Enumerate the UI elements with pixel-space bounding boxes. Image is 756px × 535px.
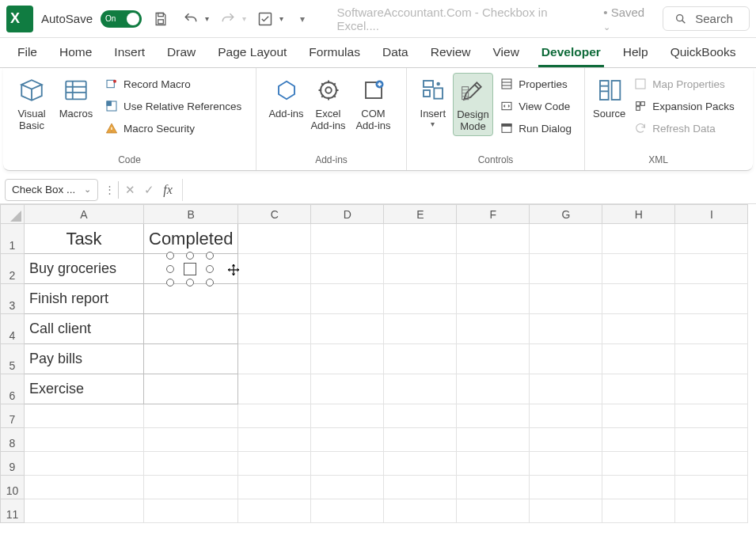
undo-dropdown-icon[interactable]: ▾ bbox=[205, 14, 209, 23]
resize-handle[interactable] bbox=[206, 279, 214, 286]
visual-basic-button[interactable]: Visual Basic bbox=[9, 73, 54, 135]
cell-E1[interactable] bbox=[384, 224, 457, 254]
cell-D3[interactable] bbox=[311, 284, 384, 314]
cell-A1[interactable]: Task bbox=[25, 224, 144, 254]
cell-D5[interactable] bbox=[311, 344, 384, 374]
row-header-9[interactable]: 9 bbox=[1, 452, 25, 476]
cell-F11[interactable] bbox=[457, 499, 530, 523]
col-header-B[interactable]: B bbox=[144, 205, 238, 224]
cell-E2[interactable] bbox=[384, 254, 457, 284]
cell-E9[interactable] bbox=[384, 452, 457, 476]
cell-B9[interactable] bbox=[144, 452, 238, 476]
save-icon[interactable] bbox=[150, 8, 172, 30]
cell-A9[interactable] bbox=[25, 452, 144, 476]
cell-H3[interactable] bbox=[602, 284, 675, 314]
view-code-button[interactable]: View Code bbox=[496, 97, 575, 116]
com-addins-button[interactable]: COM Add-ins bbox=[351, 73, 397, 135]
cell-A4[interactable]: Call client bbox=[25, 314, 144, 344]
cell-I2[interactable] bbox=[675, 254, 748, 284]
search-box[interactable]: Search bbox=[663, 6, 750, 31]
cell-A6[interactable]: Exercise bbox=[25, 374, 144, 404]
qat-check-dropdown-icon[interactable]: ▾ bbox=[279, 14, 283, 23]
cell-G8[interactable] bbox=[530, 428, 602, 452]
cell-H8[interactable] bbox=[602, 428, 675, 452]
fx-icon[interactable]: fx bbox=[158, 180, 177, 199]
resize-handle[interactable] bbox=[206, 252, 214, 260]
cell-G10[interactable] bbox=[530, 476, 602, 499]
cell-I9[interactable] bbox=[675, 452, 748, 476]
cell-H10[interactable] bbox=[602, 476, 675, 499]
cell-C9[interactable] bbox=[238, 452, 311, 476]
tab-developer[interactable]: Developer bbox=[530, 39, 612, 67]
row-header-3[interactable]: 3 bbox=[1, 284, 25, 314]
tab-view[interactable]: View bbox=[482, 39, 530, 67]
tab-page-layout[interactable]: Page Layout bbox=[207, 39, 298, 67]
cell-C11[interactable] bbox=[238, 499, 311, 523]
resize-handle[interactable] bbox=[166, 265, 174, 273]
cell-I5[interactable] bbox=[675, 344, 748, 374]
row-header-10[interactable]: 10 bbox=[1, 476, 25, 499]
cell-E3[interactable] bbox=[384, 284, 457, 314]
addins-button[interactable]: Add-ins bbox=[267, 73, 306, 123]
cell-B7[interactable] bbox=[144, 404, 238, 428]
cell-H7[interactable] bbox=[602, 404, 675, 428]
resize-handle[interactable] bbox=[166, 252, 174, 260]
cell-B4[interactable] bbox=[144, 314, 238, 344]
row-header-11[interactable]: 11 bbox=[1, 499, 25, 523]
tab-quickbooks[interactable]: QuickBooks bbox=[659, 39, 747, 67]
source-button[interactable]: Source bbox=[591, 73, 627, 123]
undo-icon[interactable] bbox=[180, 8, 202, 30]
properties-button[interactable]: Properties bbox=[496, 74, 575, 93]
cell-H4[interactable] bbox=[602, 314, 675, 344]
cell-I1[interactable] bbox=[675, 224, 748, 254]
cell-B3[interactable] bbox=[144, 284, 238, 314]
tab-file[interactable]: File bbox=[6, 39, 48, 67]
autosave-toggle[interactable]: On bbox=[101, 10, 142, 28]
cell-B11[interactable] bbox=[144, 499, 238, 523]
cell-I8[interactable] bbox=[675, 428, 748, 452]
cell-C6[interactable] bbox=[238, 374, 311, 404]
cell-B1[interactable]: Completed bbox=[144, 224, 238, 254]
cell-D11[interactable] bbox=[311, 499, 384, 523]
cell-B10[interactable] bbox=[144, 476, 238, 499]
row-header-6[interactable]: 6 bbox=[1, 374, 25, 404]
col-header-D[interactable]: D bbox=[311, 205, 384, 224]
cell-C1[interactable] bbox=[238, 224, 311, 254]
cell-F7[interactable] bbox=[457, 404, 530, 428]
worksheet-grid[interactable]: ABCDEFGHI1TaskCompleted2Buy groceries3Fi… bbox=[0, 204, 756, 523]
col-header-F[interactable]: F bbox=[457, 205, 530, 224]
cell-G5[interactable] bbox=[530, 344, 602, 374]
cell-C7[interactable] bbox=[238, 404, 311, 428]
col-header-C[interactable]: C bbox=[238, 205, 311, 224]
cell-H6[interactable] bbox=[602, 374, 675, 404]
cell-B6[interactable] bbox=[144, 374, 238, 404]
cell-I7[interactable] bbox=[675, 404, 748, 428]
cell-D9[interactable] bbox=[311, 452, 384, 476]
qat-check-icon[interactable] bbox=[254, 8, 276, 30]
cell-E5[interactable] bbox=[384, 344, 457, 374]
tab-draw[interactable]: Draw bbox=[156, 39, 207, 67]
cell-G1[interactable] bbox=[530, 224, 602, 254]
cell-E7[interactable] bbox=[384, 404, 457, 428]
save-status[interactable]: • Saved ⌄ bbox=[603, 6, 655, 32]
cell-F2[interactable] bbox=[457, 254, 530, 284]
tab-data[interactable]: Data bbox=[371, 39, 420, 67]
tab-review[interactable]: Review bbox=[420, 39, 482, 67]
row-header-2[interactable]: 2 bbox=[1, 254, 25, 284]
cell-E8[interactable] bbox=[384, 428, 457, 452]
run-dialog-button[interactable]: Run Dialog bbox=[496, 119, 575, 138]
excel-addins-button[interactable]: Excel Add-ins bbox=[306, 73, 351, 135]
cell-E6[interactable] bbox=[384, 374, 457, 404]
cell-C8[interactable] bbox=[238, 428, 311, 452]
cell-D4[interactable] bbox=[311, 314, 384, 344]
expansion-packs-button[interactable]: Expansion Packs bbox=[630, 97, 738, 116]
cell-G9[interactable] bbox=[530, 452, 602, 476]
tab-help[interactable]: Help bbox=[612, 39, 659, 67]
design-mode-button[interactable]: Design Mode bbox=[453, 73, 494, 136]
cell-F3[interactable] bbox=[457, 284, 530, 314]
tab-home[interactable]: Home bbox=[48, 39, 103, 67]
row-header-4[interactable]: 4 bbox=[1, 314, 25, 344]
cell-C10[interactable] bbox=[238, 476, 311, 499]
cell-E4[interactable] bbox=[384, 314, 457, 344]
qat-overflow-icon[interactable]: ▾ bbox=[291, 8, 313, 30]
